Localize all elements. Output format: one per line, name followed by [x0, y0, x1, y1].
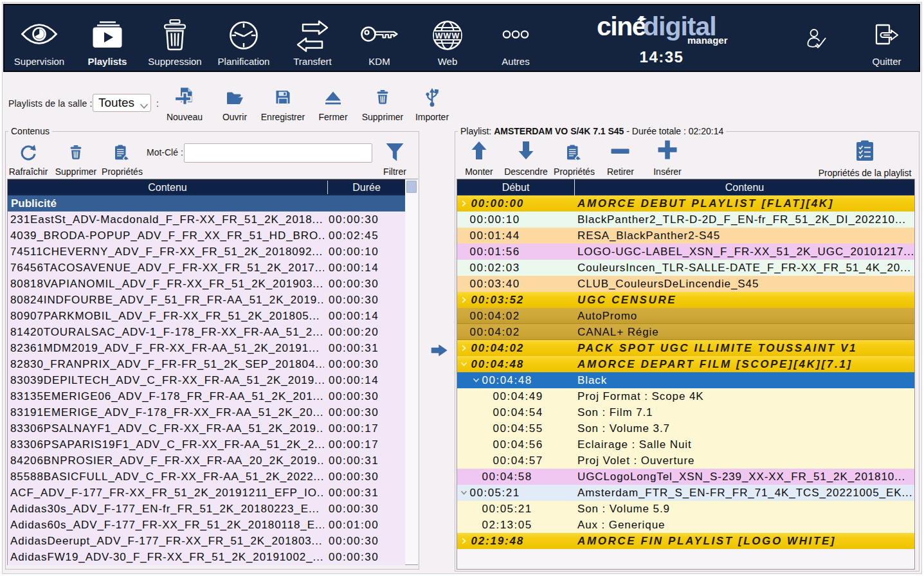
svg-text:manager: manager: [687, 35, 728, 46]
svg-text:WWW: WWW: [435, 32, 460, 40]
svg-text:ciné: ciné: [597, 14, 646, 41]
